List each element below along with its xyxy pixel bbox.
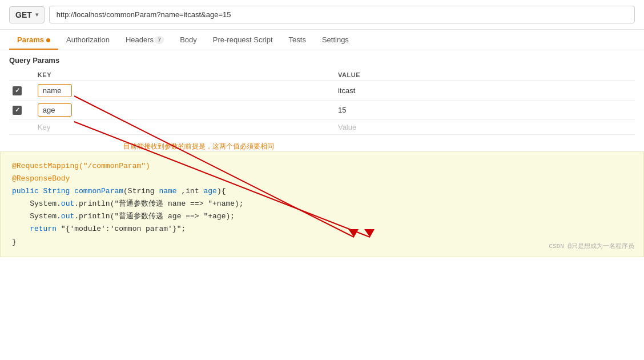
code-token: }: [12, 238, 17, 246]
code-token: ){: [217, 187, 226, 195]
code-token: public: [12, 187, 43, 195]
code-token: (String: [123, 187, 159, 195]
headers-badge: 7: [155, 36, 164, 44]
tab-tests[interactable]: Tests: [281, 30, 314, 50]
code-token: out: [61, 199, 74, 208]
code-token: return: [30, 225, 57, 233]
code-token: [12, 225, 30, 233]
tab-prerequest[interactable]: Pre-request Script: [205, 30, 281, 50]
code-token: @RequestMapping("/commonParam"): [12, 162, 150, 170]
code-token: String: [43, 187, 75, 195]
row-value: itcast: [335, 81, 635, 101]
row-checkbox-cell: [9, 120, 34, 135]
code-token: age: [204, 187, 217, 195]
code-line: System.out.println("普通参数传递 name ==> "+na…: [12, 198, 632, 210]
table-row: KeyValue: [9, 120, 635, 135]
code-token: System.: [12, 212, 61, 221]
row-checkbox-cell: [9, 81, 34, 101]
tabs-row: Params Authorization Headers7 Body Pre-r…: [0, 30, 644, 50]
query-params-title: Query Params: [9, 56, 635, 65]
checkbox[interactable]: [13, 86, 22, 95]
key-header: KEY: [34, 69, 335, 81]
row-key: age: [34, 101, 335, 120]
code-line: System.out.println("普通参数传递 age ==> "+age…: [12, 210, 632, 223]
code-block: @RequestMapping("/commonParam")@Response…: [0, 151, 644, 257]
check-header: [9, 69, 34, 81]
tab-body[interactable]: Body: [172, 30, 205, 50]
method-chevron: ▾: [35, 11, 38, 18]
code-token: out: [61, 212, 74, 221]
tab-params[interactable]: Params: [9, 30, 58, 50]
value-header: VALUE: [335, 69, 635, 81]
row-key: Key: [34, 120, 335, 135]
table-row: nameitcast: [9, 81, 635, 101]
code-line: }: [12, 236, 632, 249]
key-value[interactable]: name: [38, 84, 72, 97]
row-key: name: [34, 81, 335, 101]
tab-settings[interactable]: Settings: [314, 30, 357, 50]
key-value[interactable]: age: [38, 103, 72, 117]
code-line: @RequestMapping("/commonParam"): [12, 160, 632, 173]
method-select[interactable]: GET ▾: [9, 6, 45, 23]
method-label: GET: [15, 10, 32, 19]
table-row: age15: [9, 101, 635, 120]
row-value: Value: [335, 120, 635, 135]
url-bar: GET ▾: [0, 0, 644, 30]
url-input[interactable]: [49, 6, 635, 23]
code-line: return "{'module':'common param'}";: [12, 223, 632, 235]
value-placeholder: Value: [338, 123, 356, 131]
params-table: KEY VALUE nameitcastage15KeyValue: [9, 69, 635, 135]
code-line: public String commonParam(String name ,i…: [12, 185, 632, 198]
code-token: commonParam: [74, 187, 123, 195]
row-value: 15: [335, 101, 635, 120]
code-token: ,int: [177, 187, 204, 195]
code-token: .println("普通参数传递 age ==> "+age);: [74, 212, 235, 221]
checkbox[interactable]: [13, 106, 22, 115]
code-line: @ResponseBody: [12, 173, 632, 185]
code-token: "{'module':'common param'}";: [57, 225, 186, 233]
tab-authorization[interactable]: Authorization: [58, 30, 118, 50]
code-section: @RequestMapping("/commonParam")@Response…: [0, 151, 644, 257]
value-display: 15: [338, 106, 346, 114]
value-display: itcast: [338, 86, 355, 95]
row-checkbox-cell: [9, 101, 34, 120]
annotation-text: 目前能接收到参数的前提是，这两个值必须要相同: [123, 142, 635, 151]
code-token: @ResponseBody: [12, 174, 70, 183]
code-token: name: [159, 187, 176, 195]
params-dot: [46, 38, 50, 42]
params-section: Query Params KEY VALUE nameitcastage15Ke…: [0, 50, 644, 137]
code-token: System.: [12, 199, 61, 208]
key-placeholder: Key: [38, 123, 50, 131]
annotation-area: 目前能接收到参数的前提是，这两个值必须要相同: [0, 137, 644, 151]
code-token: .println("普通参数传递 name ==> "+name);: [74, 199, 243, 208]
tab-headers[interactable]: Headers7: [118, 30, 172, 50]
watermark: CSDN @只是想成为一名程序员: [549, 241, 634, 252]
